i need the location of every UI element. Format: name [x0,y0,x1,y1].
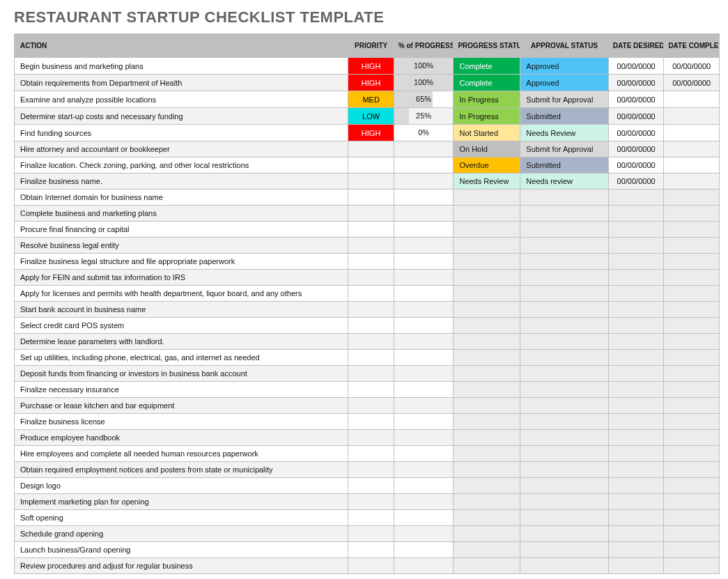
cell-progress[interactable]: 0% [394,125,454,141]
cell-approval-status[interactable]: Submitted [520,108,609,125]
cell-progress[interactable]: 100% [394,75,454,91]
cell-progress[interactable] [394,542,454,558]
cell-action[interactable]: Finalize business license [15,414,348,430]
cell-date-completed[interactable] [664,270,720,286]
cell-action[interactable]: Finalize location. Check zoning, parking… [15,157,348,173]
cell-progress-status[interactable] [454,222,520,238]
cell-progress[interactable] [394,478,454,494]
cell-date-desired[interactable] [608,446,664,462]
cell-date-desired[interactable]: 00/00/0000 [608,75,664,91]
cell-date-completed[interactable] [664,238,720,254]
cell-date-completed[interactable] [664,206,720,222]
cell-date-desired[interactable]: 00/00/0000 [608,157,664,173]
cell-progress-status[interactable]: In Progress [454,91,520,108]
cell-action[interactable]: Find funding sources [15,125,348,141]
cell-action[interactable]: Launch business/Grand opening [15,542,348,558]
cell-action[interactable]: Obtain requirements from Department of H… [15,75,348,91]
cell-priority[interactable] [348,558,394,574]
cell-progress-status[interactable]: Needs Review [454,173,520,190]
cell-date-desired[interactable] [608,558,664,574]
cell-approval-status[interactable] [520,318,609,334]
cell-priority[interactable] [348,157,394,173]
cell-approval-status[interactable] [520,446,609,462]
cell-action[interactable]: Determine lease parameters with landlord… [15,334,348,350]
cell-date-completed[interactable] [664,125,720,141]
cell-date-desired[interactable]: 00/00/0000 [608,91,664,108]
cell-progress[interactable] [394,270,454,286]
cell-progress[interactable] [394,238,454,254]
cell-date-completed[interactable] [664,366,720,382]
cell-approval-status[interactable] [520,366,609,382]
cell-action[interactable]: Examine and analyze possible locations [15,91,348,108]
cell-progress[interactable] [394,190,454,206]
cell-approval-status[interactable] [520,462,609,478]
cell-action[interactable]: Review procedures and adjust for regular… [15,558,348,574]
cell-date-completed[interactable] [664,398,720,414]
cell-progress[interactable] [394,414,454,430]
cell-progress-status[interactable] [454,334,520,350]
cell-progress[interactable] [394,222,454,238]
cell-approval-status[interactable] [520,350,609,366]
cell-progress[interactable]: 25% [394,108,454,125]
cell-date-desired[interactable] [608,318,664,334]
cell-progress-status[interactable] [454,542,520,558]
cell-date-desired[interactable] [608,206,664,222]
cell-date-desired[interactable] [608,190,664,206]
cell-approval-status[interactable] [520,222,609,238]
cell-priority[interactable]: LOW [348,108,394,125]
cell-date-completed[interactable] [664,91,720,108]
cell-progress[interactable] [394,206,454,222]
cell-action[interactable]: Resolve business legal entity [15,238,348,254]
cell-action[interactable]: Hire attorney and accountant or bookkeep… [15,141,348,157]
cell-action[interactable]: Purchase or lease kitchen and bar equipm… [15,398,348,414]
cell-priority[interactable] [348,238,394,254]
cell-action[interactable]: Produce employee handbook [15,430,348,446]
cell-date-desired[interactable]: 00/00/0000 [608,141,664,157]
cell-approval-status[interactable] [520,382,609,398]
cell-action[interactable]: Finalize business name. [15,173,348,190]
cell-date-completed[interactable] [664,173,720,190]
cell-approval-status[interactable] [520,414,609,430]
cell-approval-status[interactable]: Needs review [520,173,609,190]
cell-approval-status[interactable] [520,478,609,494]
cell-progress-status[interactable] [454,430,520,446]
cell-progress-status[interactable] [454,286,520,302]
cell-progress-status[interactable] [454,366,520,382]
cell-approval-status[interactable] [520,238,609,254]
cell-progress-status[interactable] [454,382,520,398]
cell-priority[interactable] [348,462,394,478]
cell-priority[interactable] [348,398,394,414]
cell-approval-status[interactable] [520,542,609,558]
cell-priority[interactable] [348,206,394,222]
cell-progress-status[interactable] [454,318,520,334]
cell-progress-status[interactable] [454,414,520,430]
cell-approval-status[interactable]: Submit for Approval [520,91,609,108]
cell-progress[interactable] [394,318,454,334]
cell-progress[interactable] [394,141,454,157]
cell-action[interactable]: Finalize necessary insurance [15,382,348,398]
cell-action[interactable]: Implement marketing plan for opening [15,494,348,510]
cell-priority[interactable] [348,350,394,366]
cell-date-desired[interactable] [608,542,664,558]
cell-priority[interactable] [348,254,394,270]
cell-date-completed[interactable] [664,286,720,302]
cell-date-desired[interactable] [608,382,664,398]
cell-date-desired[interactable] [608,366,664,382]
cell-progress-status[interactable] [454,510,520,526]
cell-action[interactable]: Complete business and marketing plans [15,206,348,222]
cell-priority[interactable] [348,173,394,190]
cell-priority[interactable]: HIGH [348,58,394,75]
cell-progress[interactable] [394,510,454,526]
cell-priority[interactable] [348,318,394,334]
cell-date-completed[interactable] [664,141,720,157]
cell-priority[interactable] [348,302,394,318]
cell-date-completed[interactable] [664,382,720,398]
cell-action[interactable]: Begin business and marketing plans [15,58,348,75]
cell-progress-status[interactable] [454,526,520,542]
cell-action[interactable]: Determine start-up costs and necessary f… [15,108,348,125]
cell-action[interactable]: Set up utilities, including phone, elect… [15,350,348,366]
cell-date-completed[interactable] [664,190,720,206]
cell-progress-status[interactable] [454,254,520,270]
cell-priority[interactable]: HIGH [348,75,394,91]
cell-progress-status[interactable] [454,238,520,254]
